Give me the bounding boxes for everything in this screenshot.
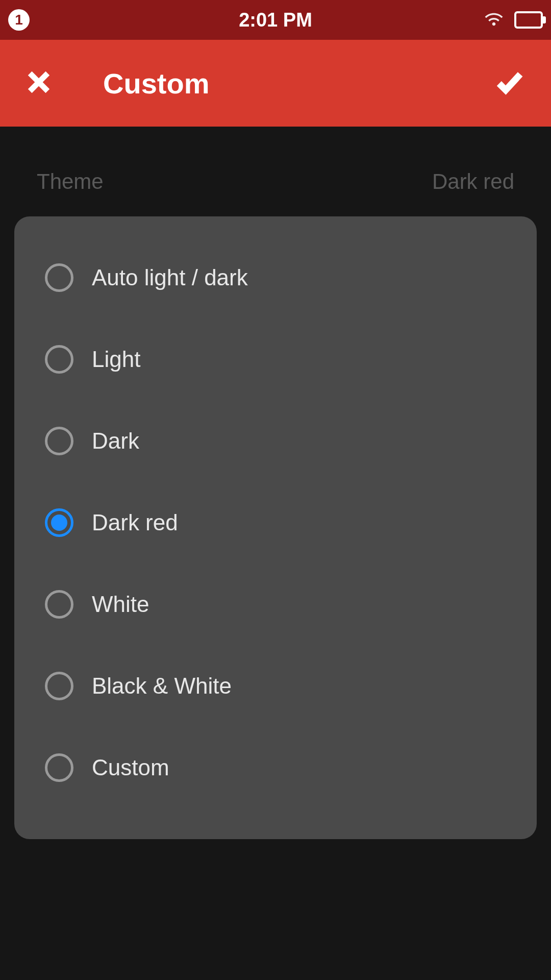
theme-option[interactable]: White bbox=[45, 564, 506, 645]
check-icon bbox=[494, 66, 525, 100]
theme-summary-label: Theme bbox=[37, 169, 104, 194]
radio-unselected-icon bbox=[45, 753, 73, 782]
theme-summary-row[interactable]: Theme Dark red bbox=[0, 147, 551, 216]
theme-option-label: Auto light / dark bbox=[92, 265, 248, 290]
radio-selected-icon bbox=[45, 508, 73, 537]
theme-option[interactable]: Auto light / dark bbox=[45, 237, 506, 318]
theme-option[interactable]: Custom bbox=[45, 727, 506, 808]
close-button[interactable] bbox=[26, 69, 52, 97]
theme-option-label: White bbox=[92, 592, 149, 617]
status-bar: 1 2:01 PM bbox=[0, 0, 551, 40]
radio-unselected-icon bbox=[45, 427, 73, 455]
theme-option[interactable]: Black & White bbox=[45, 645, 506, 727]
theme-option[interactable]: Dark bbox=[45, 400, 506, 482]
notification-badge[interactable]: 1 bbox=[8, 9, 30, 31]
theme-option-label: Dark bbox=[92, 428, 139, 454]
status-time: 2:01 PM bbox=[239, 9, 312, 31]
notification-count: 1 bbox=[15, 12, 23, 28]
confirm-button[interactable] bbox=[494, 66, 525, 100]
theme-option-label: Custom bbox=[92, 755, 169, 780]
theme-option[interactable]: Light bbox=[45, 318, 506, 400]
theme-options-panel: Auto light / darkLightDarkDark redWhiteB… bbox=[14, 216, 537, 839]
theme-option-label: Dark red bbox=[92, 510, 178, 535]
theme-option[interactable]: Dark red bbox=[45, 482, 506, 564]
app-bar: Custom bbox=[0, 40, 551, 127]
battery-icon bbox=[514, 11, 543, 29]
theme-summary-value: Dark red bbox=[432, 169, 514, 194]
close-icon bbox=[26, 69, 52, 97]
status-icons bbox=[484, 9, 543, 31]
radio-unselected-icon bbox=[45, 672, 73, 700]
theme-option-label: Black & White bbox=[92, 673, 232, 699]
radio-unselected-icon bbox=[45, 590, 73, 619]
radio-unselected-icon bbox=[45, 345, 73, 374]
wifi-icon bbox=[484, 9, 504, 31]
page-title: Custom bbox=[103, 67, 209, 100]
radio-unselected-icon bbox=[45, 263, 73, 292]
theme-option-label: Light bbox=[92, 347, 140, 372]
